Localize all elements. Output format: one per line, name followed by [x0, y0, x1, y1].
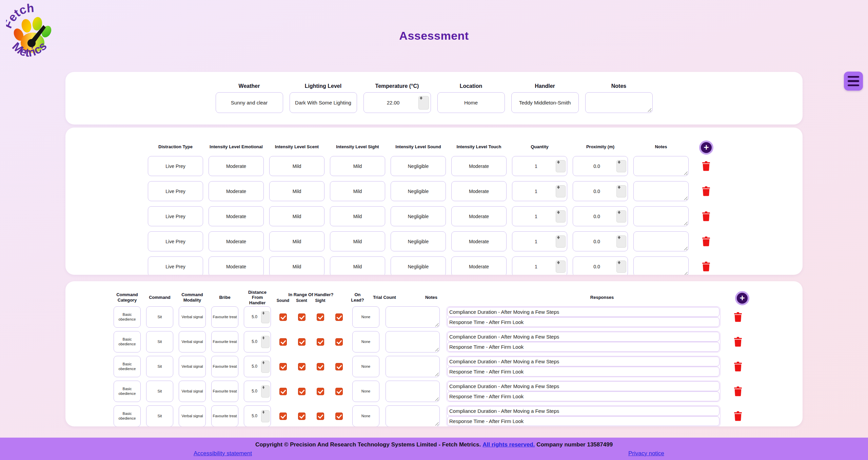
distance-from-handler-field[interactable]: 5.0 — [244, 405, 271, 426]
delete-row-button[interactable] — [702, 236, 710, 247]
in-range-sight-checkbox[interactable] — [317, 388, 324, 395]
resize-handle[interactable] — [435, 397, 439, 401]
number-spinner[interactable] — [616, 235, 626, 248]
trial-count-field[interactable]: None — [352, 405, 379, 426]
intensity-emotional-field[interactable]: Moderate — [209, 206, 264, 226]
intensity-emotional-field[interactable]: Moderate — [209, 181, 264, 201]
number-spinner[interactable] — [261, 361, 270, 373]
number-spinner[interactable] — [616, 261, 626, 273]
trial-count-field[interactable]: None — [352, 381, 379, 402]
response-input[interactable]: Compliance Duration - After Moving a Few… — [447, 381, 719, 391]
on-lead-checkbox[interactable] — [335, 338, 343, 346]
quantity-field[interactable]: 1 — [512, 231, 567, 251]
number-spinner[interactable] — [556, 261, 566, 273]
number-spinner[interactable] — [261, 385, 270, 398]
distance-from-handler-field[interactable]: 5.0 — [244, 356, 271, 377]
in-range-scent-checkbox[interactable] — [298, 363, 305, 370]
add-command-button[interactable]: + — [735, 291, 749, 305]
temperature-c-input[interactable]: 22.00 — [363, 92, 431, 113]
in-range-scent-checkbox[interactable] — [298, 338, 305, 346]
notes-input[interactable] — [585, 92, 653, 113]
bribe-field[interactable]: Favourite treat — [211, 306, 238, 328]
command-field[interactable]: Sit — [146, 356, 173, 377]
distance-from-handler-field[interactable]: 5.0 — [244, 331, 271, 352]
in-range-scent-checkbox[interactable] — [298, 313, 305, 321]
menu-button[interactable] — [844, 72, 863, 91]
number-spinner[interactable] — [418, 96, 429, 110]
response-input[interactable]: Response Time - After Firm Look — [447, 367, 719, 377]
command-category-field[interactable]: Basic obedience — [114, 306, 141, 328]
intensity-touch-field[interactable]: Moderate — [451, 181, 507, 201]
intensity-emotional-field[interactable]: Moderate — [209, 156, 264, 176]
intensity-emotional-field[interactable]: Moderate — [209, 256, 264, 275]
response-input[interactable]: Response Time - After Firm Look — [447, 416, 719, 426]
in-range-sound-checkbox[interactable] — [279, 338, 287, 346]
response-input[interactable]: Compliance Duration - After Moving a Few… — [447, 357, 719, 366]
accessibility-statement-link[interactable]: Accessibility statement — [194, 450, 252, 457]
proximity-field[interactable]: 0.0 — [573, 156, 628, 176]
trial-count-field[interactable]: None — [352, 331, 379, 352]
trial-count-field[interactable]: None — [352, 356, 379, 377]
intensity-sight-field[interactable]: Mild — [330, 256, 385, 275]
number-spinner[interactable] — [261, 336, 270, 348]
resize-handle[interactable] — [684, 271, 688, 275]
bribe-field[interactable]: Favourite treat — [211, 356, 238, 377]
bribe-field[interactable]: Favourite treat — [211, 405, 238, 426]
in-range-sight-checkbox[interactable] — [317, 363, 324, 370]
on-lead-checkbox[interactable] — [335, 363, 343, 370]
delete-row-button[interactable] — [734, 386, 742, 397]
notes-field[interactable] — [386, 405, 440, 426]
intensity-sight-field[interactable]: Mild — [330, 206, 385, 226]
weather-input[interactable]: Sunny and clear — [216, 92, 283, 113]
distance-from-handler-field[interactable]: 5.0 — [244, 306, 271, 328]
lighting-level-input[interactable]: Dark With Some Lighting — [290, 92, 357, 113]
command-modality-field[interactable]: Verbal signal — [179, 356, 206, 377]
distraction-type-field[interactable]: Live Prey — [148, 206, 203, 226]
quantity-field[interactable]: 1 — [512, 206, 567, 226]
intensity-touch-field[interactable]: Moderate — [451, 156, 507, 176]
delete-row-button[interactable] — [734, 411, 742, 421]
in-range-sound-checkbox[interactable] — [279, 313, 287, 321]
command-category-field[interactable]: Basic obedience — [114, 356, 141, 377]
handler-input[interactable]: Teddy Middleton-Smith — [511, 92, 579, 113]
notes-field[interactable] — [633, 256, 689, 275]
notes-field[interactable] — [386, 381, 440, 402]
proximity-field[interactable]: 0.0 — [573, 206, 628, 226]
delete-row-button[interactable] — [702, 261, 710, 272]
resize-handle[interactable] — [435, 347, 439, 351]
delete-row-button[interactable] — [702, 161, 710, 171]
delete-row-button[interactable] — [702, 211, 710, 222]
response-input[interactable]: Compliance Duration - After Moving a Few… — [447, 332, 719, 342]
quantity-field[interactable]: 1 — [512, 181, 567, 201]
quantity-field[interactable]: 1 — [512, 156, 567, 176]
in-range-sound-checkbox[interactable] — [279, 388, 287, 395]
number-spinner[interactable] — [616, 160, 626, 172]
distraction-type-field[interactable]: Live Prey — [148, 181, 203, 201]
command-modality-field[interactable]: Verbal signal — [179, 405, 206, 426]
command-field[interactable]: Sit — [146, 405, 173, 426]
intensity-sound-field[interactable]: Negligible — [391, 231, 446, 251]
intensity-scent-field[interactable]: Mild — [269, 256, 324, 275]
trial-count-field[interactable]: None — [352, 306, 379, 328]
in-range-sight-checkbox[interactable] — [317, 338, 324, 346]
number-spinner[interactable] — [556, 210, 566, 223]
intensity-sound-field[interactable]: Negligible — [391, 181, 446, 201]
resize-handle[interactable] — [435, 323, 439, 327]
response-input[interactable]: Response Time - After Firm Look — [447, 342, 719, 352]
number-spinner[interactable] — [616, 210, 626, 223]
delete-row-button[interactable] — [734, 337, 742, 347]
response-input[interactable]: Compliance Duration - After Moving a Few… — [447, 307, 719, 317]
resize-handle[interactable] — [684, 246, 688, 250]
number-spinner[interactable] — [616, 185, 626, 197]
resize-handle[interactable] — [647, 108, 651, 112]
command-field[interactable]: Sit — [146, 381, 173, 402]
intensity-scent-field[interactable]: Mild — [269, 231, 324, 251]
in-range-sound-checkbox[interactable] — [279, 413, 287, 420]
bribe-field[interactable]: Favourite treat — [211, 381, 238, 402]
command-field[interactable]: Sit — [146, 306, 173, 328]
command-modality-field[interactable]: Verbal signal — [179, 306, 206, 328]
resize-handle[interactable] — [684, 196, 688, 200]
number-spinner[interactable] — [556, 185, 566, 197]
intensity-scent-field[interactable]: Mild — [269, 206, 324, 226]
in-range-sight-checkbox[interactable] — [317, 313, 324, 321]
